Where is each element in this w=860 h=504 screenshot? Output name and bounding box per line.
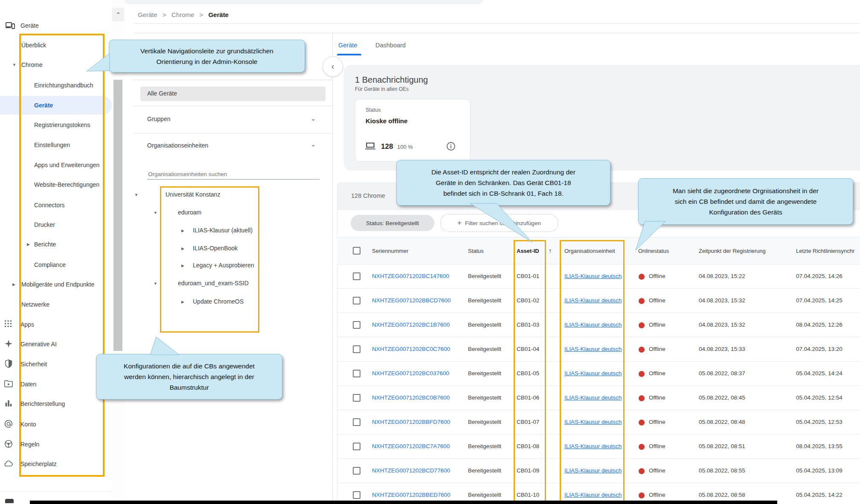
serial-number-link[interactable]: NXHTZEG0071202BBED7600 [372,492,450,498]
sidebar-item-drucker[interactable]: Drucker [34,221,55,228]
col-header-richtliniensync[interactable]: Letzte Richtliniensynchr [796,248,854,254]
table-row[interactable]: NXHTZEG0071202BBFD7600BereitgestelltCB01… [337,410,860,434]
serial-number-link[interactable]: NXHTZEG0071202BCD77600 [372,467,450,474]
select-all-checkbox[interactable] [353,247,360,255]
org-unit-link[interactable]: ILIAS-Klausur deutsch [564,443,622,449]
col-header-status[interactable]: Status [468,248,484,254]
row-checkbox[interactable] [353,467,360,475]
sidebar-item-mobilgeräte-und-endpunkte[interactable]: Mobilgeräte und Endpunkte [21,281,94,288]
serial-number-link[interactable]: NXHTZEG0071202BC1B7600 [372,322,450,328]
table-row[interactable]: NXHTZEG0071202BC037600BereitgestelltCB01… [337,362,860,386]
sidebar-item-apps-und-erweiterungen[interactable]: Apps und Erweiterungen [34,162,99,168]
sidebar-item-einrichtungshandbuch[interactable]: Einrichtungshandbuch [34,82,93,89]
collapse-panel-button[interactable]: ‹ [322,56,343,77]
serial-number-link[interactable]: NXHTZEG0071202BBCD7600 [372,297,451,304]
serial-number-link[interactable]: NXHTZEG0071202BC0C7600 [372,346,450,352]
tree-collapse-arrow-icon[interactable]: ▶ [181,229,184,233]
tree-item-eduroam-und-exam-ssid[interactable]: eduroam_und_exam-SSID [178,280,249,287]
expand-arrow-icon[interactable]: ▼ [12,63,16,67]
sidebar-item-apps[interactable]: Apps [20,321,34,328]
org-unit-link[interactable]: ILIAS-Klausur deutsch [564,273,622,279]
tab-geraete[interactable]: Geräte [338,42,357,49]
tree-item-eduroam[interactable]: eduroam [178,209,201,216]
row-checkbox[interactable] [353,394,360,402]
org-units-row[interactable]: Organisationseinheiten ⌃ [134,133,332,157]
table-row[interactable]: NXHTZEG0071202BC0C7600BereitgestelltCB01… [337,337,860,362]
breadcrumb-item-chrome[interactable]: Chrome [171,11,194,18]
tree-collapse-arrow-icon[interactable]: ▶ [181,300,184,304]
tree-expand-arrow-icon[interactable]: ▼ [154,281,157,286]
tree-collapse-arrow-icon[interactable]: ▶ [181,264,184,268]
table-row[interactable]: NXHTZEG0071202BC147600BereitgestelltCB01… [337,264,860,289]
sidebar-item-compliance[interactable]: Compliance [34,261,66,268]
table-row[interactable]: NXHTZEG0071202BC1B7600BereitgestelltCB01… [337,313,860,337]
table-row[interactable]: NXHTZEG0071202BBCD7600BereitgestelltCB01… [337,289,860,313]
serial-number-link[interactable]: NXHTZEG0071202BC037600 [372,370,449,377]
table-row[interactable]: NXHTZEG0071202BC0B7600BereitgestelltCB01… [337,386,860,410]
tree-item-update-chromeos[interactable]: Update ChromeOS [193,298,244,305]
sidebar-item-überblick[interactable]: Überblick [21,42,46,49]
sidebar-item-einstellungen[interactable]: Einstellungen [34,142,70,148]
org-unit-link[interactable]: ILIAS-Klausur deutsch [564,492,622,498]
tree-collapse-arrow-icon[interactable]: ▶ [181,246,184,251]
org-unit-link[interactable]: ILIAS-Klausur deutsch [564,346,622,352]
tree-item-ilias-openbook[interactable]: ILIAS-OpenBook [193,245,238,252]
sidebar-scrollbar[interactable]: ⌃ [112,0,125,504]
sidebar-item-konto[interactable]: Konto [20,421,36,428]
collapse-arrow-icon[interactable]: ▶ [27,242,30,246]
row-checkbox[interactable] [353,297,360,304]
col-header-organisationseinheit[interactable]: Organisationseinheit [564,248,615,254]
sidebar-item-speicherplatz[interactable]: Speicherplatz [20,461,57,467]
org-unit-link[interactable]: ILIAS-Klausur deutsch [564,419,622,425]
row-checkbox[interactable] [353,345,360,353]
sidebar-item-website-berechtigungen[interactable]: Website-Berechtigungen [34,181,99,188]
sidebar-item-sicherheit[interactable]: Sicherheit [20,361,47,368]
scrollbar-thumb[interactable] [113,80,122,351]
tree-expand-arrow-icon[interactable]: ▼ [134,193,138,197]
row-checkbox[interactable] [353,491,360,499]
col-header-onlinestatus[interactable]: Onlinestatus [638,248,669,254]
org-unit-link[interactable]: ILIAS-Klausur deutsch [564,322,622,328]
col-header-seriennummer[interactable]: Seriennummer [372,248,408,254]
info-icon[interactable] [446,141,456,151]
sidebar-item-berichterstellung[interactable]: Berichterstellung [20,400,65,407]
sidebar-item-geraete-root[interactable]: Geräte [20,22,39,29]
sidebar-item-registrierungstokens[interactable]: Registrierungstokens [34,122,90,128]
sidebar-item-chrome[interactable]: Chrome [21,61,43,68]
filter-chip-status[interactable]: Status: Bereitgestellt [351,215,434,231]
scroll-up-button[interactable]: ⌃ [112,8,124,21]
tree-item-ilias-klausur-aktuell-[interactable]: ILIAS-Klausur (aktuell) [193,227,253,234]
org-unit-search-input[interactable] [147,169,320,180]
org-unit-link[interactable]: ILIAS-Klausur deutsch [564,297,622,304]
col-header-registrierung[interactable]: Zeitpunkt der Registrierung [699,248,766,254]
sidebar-item-generative-ai[interactable]: Generative AI [20,341,57,348]
org-unit-link[interactable]: ILIAS-Klausur deutsch [564,370,622,377]
sidebar-item-regeln[interactable]: Regeln [20,441,39,448]
table-row[interactable]: NXHTZEG0071202BCD77600BereitgestelltCB01… [337,459,860,483]
tab-dashboard[interactable]: Dashboard [375,42,406,49]
sidebar-item-geräte[interactable]: Geräte [34,102,53,109]
all-devices-row[interactable]: Alle Geräte [140,87,325,101]
sidebar-item-berichte[interactable]: Berichte [34,241,56,248]
org-unit-link[interactable]: ILIAS-Klausur deutsch [564,467,622,474]
sidebar-item-netzwerke[interactable]: Netzwerke [21,301,49,308]
serial-number-link[interactable]: NXHTZEG0071202BC0B7600 [372,394,450,401]
serial-number-link[interactable]: NXHTZEG0071202BBFD7600 [372,419,450,425]
tree-item-universität-konstanz[interactable]: Universität Konstanz [166,191,220,198]
serial-number-link[interactable]: NXHTZEG0071202BC7A7600 [372,443,450,449]
org-unit-link[interactable]: ILIAS-Klausur deutsch [564,394,622,401]
breadcrumb-item-devices[interactable]: Geräte [138,11,157,18]
row-checkbox[interactable] [353,418,360,426]
sidebar-item-connectors[interactable]: Connectors [34,202,65,209]
row-checkbox[interactable] [353,321,360,329]
row-checkbox[interactable] [353,370,360,377]
tree-expand-arrow-icon[interactable]: ▼ [154,211,157,215]
status-card[interactable]: Status Kioske offline 128 100 % [355,99,471,162]
row-checkbox[interactable] [353,272,360,280]
collapse-arrow-icon[interactable]: ▶ [12,282,15,287]
table-row[interactable]: NXHTZEG0071202BC7A7600BereitgestelltCB01… [337,434,860,459]
tree-item-legacy-ausprobieren[interactable]: Legacy + Ausprobieren [193,262,254,269]
row-checkbox[interactable] [353,443,360,450]
groups-row[interactable]: Gruppen ⌄ [134,106,332,133]
col-header-asset-id[interactable]: Asset-ID [517,248,539,254]
